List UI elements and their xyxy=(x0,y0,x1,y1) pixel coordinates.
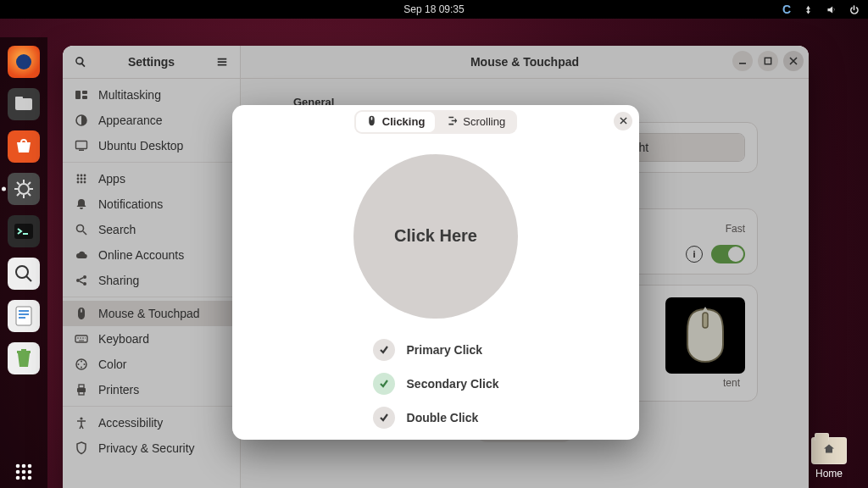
svg-rect-6 xyxy=(16,307,31,325)
scroll-icon xyxy=(447,115,458,129)
svg-rect-4 xyxy=(14,224,33,239)
svg-rect-2 xyxy=(15,97,23,100)
check-secondary-row: Secondary Click xyxy=(373,373,499,395)
clock[interactable]: Sep 18 09:35 xyxy=(403,3,464,15)
modal-close-button[interactable] xyxy=(614,112,632,130)
check-icon xyxy=(373,407,395,429)
system-tray: C xyxy=(782,3,860,16)
dock-software[interactable] xyxy=(8,130,40,163)
network-icon[interactable] xyxy=(803,4,814,15)
weather-icon[interactable]: C xyxy=(782,3,791,16)
dock xyxy=(0,37,47,488)
desktop-home-folder[interactable]: Home xyxy=(805,437,853,480)
modal-tabs: Clicking Scrolling xyxy=(354,110,517,134)
click-test-area[interactable]: Click Here xyxy=(353,154,518,319)
svg-point-17 xyxy=(28,476,32,480)
settings-window: Settings MultitaskingAppearanceUbuntu De… xyxy=(63,46,809,488)
modal-header: Clicking Scrolling xyxy=(232,105,639,134)
dock-show-apps[interactable] xyxy=(8,456,40,488)
check-icon xyxy=(373,339,395,361)
dock-files[interactable] xyxy=(8,88,40,120)
tab-clicking[interactable]: Clicking xyxy=(356,112,436,132)
svg-point-12 xyxy=(16,470,20,474)
modal-overlay[interactable]: Clicking Scrolling Click Here xyxy=(63,46,809,488)
dock-image-viewer[interactable] xyxy=(8,258,40,290)
check-primary-row: Primary Click xyxy=(373,339,499,361)
dock-terminal[interactable] xyxy=(8,215,40,247)
svg-point-3 xyxy=(19,184,29,194)
dock-text-editor[interactable] xyxy=(8,300,40,332)
click-check-list: Primary Click Secondary Click Double Cli… xyxy=(373,339,499,429)
tab-scrolling[interactable]: Scrolling xyxy=(437,112,515,132)
svg-point-11 xyxy=(28,464,32,469)
svg-point-15 xyxy=(16,476,20,480)
svg-point-5 xyxy=(16,266,28,278)
svg-point-13 xyxy=(22,470,26,474)
svg-point-0 xyxy=(16,54,31,69)
svg-rect-8 xyxy=(21,349,26,352)
desktop: Home Settings MultitaskingAppearanceUbun… xyxy=(0,19,868,488)
svg-rect-1 xyxy=(15,98,32,110)
power-icon[interactable] xyxy=(849,4,860,15)
modal-body: Click Here Primary Click Secondary Click xyxy=(232,134,639,446)
svg-point-10 xyxy=(22,464,26,469)
svg-point-16 xyxy=(22,476,26,480)
top-bar: Sep 18 09:35 C xyxy=(0,0,868,19)
check-double-row: Double Click xyxy=(373,407,499,429)
desktop-home-label: Home xyxy=(805,468,853,480)
check-icon xyxy=(373,373,395,395)
mouse-icon xyxy=(366,115,377,129)
test-settings-modal: Clicking Scrolling Click Here xyxy=(232,105,639,440)
dock-trash[interactable] xyxy=(8,342,40,374)
dock-settings[interactable] xyxy=(8,173,40,205)
volume-icon[interactable] xyxy=(826,4,837,15)
svg-point-9 xyxy=(16,464,20,469)
dock-firefox[interactable] xyxy=(8,46,40,78)
svg-point-14 xyxy=(28,470,32,474)
